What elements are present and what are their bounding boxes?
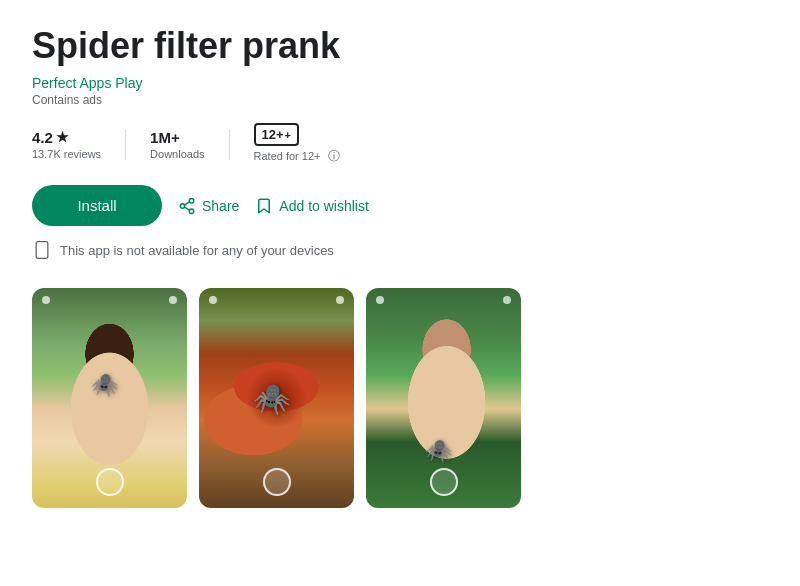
age-info-icon[interactable]: ⓘ (328, 149, 340, 163)
share-button[interactable]: Share (178, 197, 239, 215)
age-rating-stat: 12++ Rated for 12+ ⓘ (254, 123, 364, 165)
phone-indicator (336, 296, 344, 304)
phone-indicator (169, 296, 177, 304)
svg-rect-5 (36, 242, 48, 259)
downloads-stat: 1M+ Downloads (150, 129, 229, 160)
phone-indicator (503, 296, 511, 304)
install-button[interactable]: Install (32, 185, 162, 226)
downloads-value: 1M+ (150, 129, 204, 146)
shutter-button-2 (263, 468, 291, 496)
screenshot-2[interactable]: 🕷️ (199, 288, 354, 508)
spider-overlay-1: 🕷️ (91, 372, 118, 398)
downloads-label: Downloads (150, 148, 204, 160)
wishlist-icon (255, 197, 273, 215)
spider-overlay-3: 🕷️ (425, 438, 452, 464)
wishlist-button[interactable]: Add to wishlist (255, 197, 368, 215)
rating-value: 4.2 ★ (32, 129, 101, 146)
svg-line-4 (184, 202, 189, 205)
rating-stat: 4.2 ★ 13.7K reviews (32, 129, 126, 160)
age-rating-box: 12++ (254, 123, 300, 146)
developer-name[interactable]: Perfect Apps Play (32, 75, 768, 91)
phone-indicator (42, 296, 50, 304)
device-unavailable-icon (32, 240, 52, 260)
shutter-button-1 (96, 468, 124, 496)
screenshot-1[interactable]: 🕷️ (32, 288, 187, 508)
app-title: Spider filter prank (32, 24, 768, 67)
screenshots-row: 🕷️ 🕷️ 🕷️ (32, 288, 768, 508)
svg-line-3 (184, 207, 189, 210)
share-icon (178, 197, 196, 215)
stats-row: 4.2 ★ 13.7K reviews 1M+ Downloads 12++ R… (32, 123, 768, 165)
screenshot-3[interactable]: 🕷️ (366, 288, 521, 508)
age-rating-label: Rated for 12+ ⓘ (254, 148, 340, 165)
actions-row: Install Share Add to wishlist (32, 185, 768, 226)
phone-indicator (209, 296, 217, 304)
shutter-button-3 (430, 468, 458, 496)
phone-indicator (376, 296, 384, 304)
unavailable-notice: This app is not available for any of you… (32, 240, 768, 260)
reviews-label: 13.7K reviews (32, 148, 101, 160)
spider-overlay-2: 🕷️ (253, 381, 290, 416)
star-icon: ★ (56, 129, 69, 145)
app-detail-page: Spider filter prank Perfect Apps Play Co… (0, 0, 800, 532)
contains-ads-label: Contains ads (32, 93, 768, 107)
